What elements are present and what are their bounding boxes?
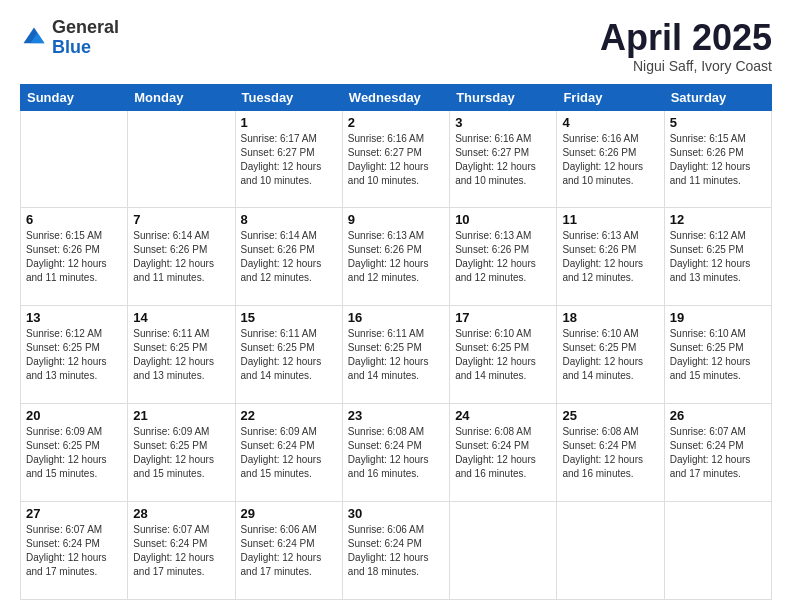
page: General Blue April 2025 Nigui Saff, Ivor… xyxy=(0,0,792,612)
day-number: 12 xyxy=(670,212,766,227)
logo-icon xyxy=(20,24,48,52)
day-number: 5 xyxy=(670,115,766,130)
table-row: 14Sunrise: 6:11 AMSunset: 6:25 PMDayligh… xyxy=(128,306,235,404)
table-row: 27Sunrise: 6:07 AMSunset: 6:24 PMDayligh… xyxy=(21,502,128,600)
day-info: Sunrise: 6:13 AMSunset: 6:26 PMDaylight:… xyxy=(562,229,658,285)
day-number: 26 xyxy=(670,408,766,423)
table-row: 4Sunrise: 6:16 AMSunset: 6:26 PMDaylight… xyxy=(557,110,664,208)
table-row: 10Sunrise: 6:13 AMSunset: 6:26 PMDayligh… xyxy=(450,208,557,306)
day-number: 17 xyxy=(455,310,551,325)
day-info: Sunrise: 6:07 AMSunset: 6:24 PMDaylight:… xyxy=(670,425,766,481)
day-info: Sunrise: 6:15 AMSunset: 6:26 PMDaylight:… xyxy=(26,229,122,285)
day-number: 1 xyxy=(241,115,337,130)
calendar-table: Sunday Monday Tuesday Wednesday Thursday… xyxy=(20,84,772,600)
calendar-header-row: Sunday Monday Tuesday Wednesday Thursday… xyxy=(21,84,772,110)
logo-text: General Blue xyxy=(52,18,119,58)
table-row: 24Sunrise: 6:08 AMSunset: 6:24 PMDayligh… xyxy=(450,404,557,502)
table-row: 26Sunrise: 6:07 AMSunset: 6:24 PMDayligh… xyxy=(664,404,771,502)
table-row xyxy=(557,502,664,600)
logo-blue-text: Blue xyxy=(52,38,119,58)
table-row: 30Sunrise: 6:06 AMSunset: 6:24 PMDayligh… xyxy=(342,502,449,600)
col-monday: Monday xyxy=(128,84,235,110)
table-row: 28Sunrise: 6:07 AMSunset: 6:24 PMDayligh… xyxy=(128,502,235,600)
day-number: 29 xyxy=(241,506,337,521)
day-number: 30 xyxy=(348,506,444,521)
day-info: Sunrise: 6:06 AMSunset: 6:24 PMDaylight:… xyxy=(241,523,337,579)
table-row: 22Sunrise: 6:09 AMSunset: 6:24 PMDayligh… xyxy=(235,404,342,502)
day-number: 2 xyxy=(348,115,444,130)
day-info: Sunrise: 6:12 AMSunset: 6:25 PMDaylight:… xyxy=(26,327,122,383)
table-row: 2Sunrise: 6:16 AMSunset: 6:27 PMDaylight… xyxy=(342,110,449,208)
day-info: Sunrise: 6:17 AMSunset: 6:27 PMDaylight:… xyxy=(241,132,337,188)
table-row: 15Sunrise: 6:11 AMSunset: 6:25 PMDayligh… xyxy=(235,306,342,404)
table-row: 6Sunrise: 6:15 AMSunset: 6:26 PMDaylight… xyxy=(21,208,128,306)
table-row xyxy=(21,110,128,208)
calendar-week-row: 20Sunrise: 6:09 AMSunset: 6:25 PMDayligh… xyxy=(21,404,772,502)
table-row: 9Sunrise: 6:13 AMSunset: 6:26 PMDaylight… xyxy=(342,208,449,306)
table-row xyxy=(128,110,235,208)
table-row: 8Sunrise: 6:14 AMSunset: 6:26 PMDaylight… xyxy=(235,208,342,306)
day-info: Sunrise: 6:09 AMSunset: 6:24 PMDaylight:… xyxy=(241,425,337,481)
day-number: 7 xyxy=(133,212,229,227)
day-info: Sunrise: 6:11 AMSunset: 6:25 PMDaylight:… xyxy=(348,327,444,383)
day-info: Sunrise: 6:09 AMSunset: 6:25 PMDaylight:… xyxy=(133,425,229,481)
logo: General Blue xyxy=(20,18,119,58)
table-row: 19Sunrise: 6:10 AMSunset: 6:25 PMDayligh… xyxy=(664,306,771,404)
day-number: 16 xyxy=(348,310,444,325)
table-row: 23Sunrise: 6:08 AMSunset: 6:24 PMDayligh… xyxy=(342,404,449,502)
day-info: Sunrise: 6:06 AMSunset: 6:24 PMDaylight:… xyxy=(348,523,444,579)
day-number: 3 xyxy=(455,115,551,130)
day-number: 20 xyxy=(26,408,122,423)
day-info: Sunrise: 6:14 AMSunset: 6:26 PMDaylight:… xyxy=(133,229,229,285)
day-info: Sunrise: 6:07 AMSunset: 6:24 PMDaylight:… xyxy=(133,523,229,579)
table-row: 21Sunrise: 6:09 AMSunset: 6:25 PMDayligh… xyxy=(128,404,235,502)
day-info: Sunrise: 6:16 AMSunset: 6:27 PMDaylight:… xyxy=(455,132,551,188)
calendar-week-row: 6Sunrise: 6:15 AMSunset: 6:26 PMDaylight… xyxy=(21,208,772,306)
day-info: Sunrise: 6:10 AMSunset: 6:25 PMDaylight:… xyxy=(455,327,551,383)
day-info: Sunrise: 6:07 AMSunset: 6:24 PMDaylight:… xyxy=(26,523,122,579)
col-thursday: Thursday xyxy=(450,84,557,110)
day-info: Sunrise: 6:08 AMSunset: 6:24 PMDaylight:… xyxy=(562,425,658,481)
day-number: 9 xyxy=(348,212,444,227)
day-number: 14 xyxy=(133,310,229,325)
table-row: 11Sunrise: 6:13 AMSunset: 6:26 PMDayligh… xyxy=(557,208,664,306)
day-number: 24 xyxy=(455,408,551,423)
day-info: Sunrise: 6:16 AMSunset: 6:26 PMDaylight:… xyxy=(562,132,658,188)
day-number: 6 xyxy=(26,212,122,227)
calendar-week-row: 27Sunrise: 6:07 AMSunset: 6:24 PMDayligh… xyxy=(21,502,772,600)
day-number: 8 xyxy=(241,212,337,227)
calendar-week-row: 1Sunrise: 6:17 AMSunset: 6:27 PMDaylight… xyxy=(21,110,772,208)
day-number: 19 xyxy=(670,310,766,325)
title-location: Nigui Saff, Ivory Coast xyxy=(600,58,772,74)
table-row: 5Sunrise: 6:15 AMSunset: 6:26 PMDaylight… xyxy=(664,110,771,208)
day-number: 25 xyxy=(562,408,658,423)
table-row: 18Sunrise: 6:10 AMSunset: 6:25 PMDayligh… xyxy=(557,306,664,404)
day-info: Sunrise: 6:08 AMSunset: 6:24 PMDaylight:… xyxy=(455,425,551,481)
table-row: 17Sunrise: 6:10 AMSunset: 6:25 PMDayligh… xyxy=(450,306,557,404)
table-row: 12Sunrise: 6:12 AMSunset: 6:25 PMDayligh… xyxy=(664,208,771,306)
table-row: 29Sunrise: 6:06 AMSunset: 6:24 PMDayligh… xyxy=(235,502,342,600)
day-info: Sunrise: 6:12 AMSunset: 6:25 PMDaylight:… xyxy=(670,229,766,285)
title-block: April 2025 Nigui Saff, Ivory Coast xyxy=(600,18,772,74)
day-number: 4 xyxy=(562,115,658,130)
day-number: 13 xyxy=(26,310,122,325)
col-friday: Friday xyxy=(557,84,664,110)
day-number: 11 xyxy=(562,212,658,227)
day-info: Sunrise: 6:14 AMSunset: 6:26 PMDaylight:… xyxy=(241,229,337,285)
day-number: 23 xyxy=(348,408,444,423)
table-row: 3Sunrise: 6:16 AMSunset: 6:27 PMDaylight… xyxy=(450,110,557,208)
logo-general-text: General xyxy=(52,18,119,38)
col-saturday: Saturday xyxy=(664,84,771,110)
day-info: Sunrise: 6:11 AMSunset: 6:25 PMDaylight:… xyxy=(241,327,337,383)
day-info: Sunrise: 6:13 AMSunset: 6:26 PMDaylight:… xyxy=(348,229,444,285)
day-info: Sunrise: 6:10 AMSunset: 6:25 PMDaylight:… xyxy=(670,327,766,383)
day-info: Sunrise: 6:16 AMSunset: 6:27 PMDaylight:… xyxy=(348,132,444,188)
table-row xyxy=(664,502,771,600)
table-row: 7Sunrise: 6:14 AMSunset: 6:26 PMDaylight… xyxy=(128,208,235,306)
day-number: 28 xyxy=(133,506,229,521)
day-info: Sunrise: 6:11 AMSunset: 6:25 PMDaylight:… xyxy=(133,327,229,383)
calendar-week-row: 13Sunrise: 6:12 AMSunset: 6:25 PMDayligh… xyxy=(21,306,772,404)
table-row: 25Sunrise: 6:08 AMSunset: 6:24 PMDayligh… xyxy=(557,404,664,502)
col-wednesday: Wednesday xyxy=(342,84,449,110)
day-number: 22 xyxy=(241,408,337,423)
